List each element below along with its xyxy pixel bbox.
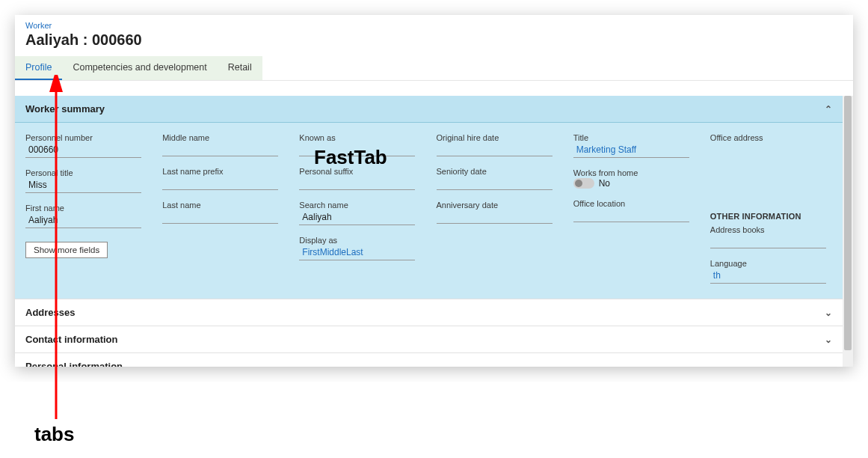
address-books-value[interactable] (710, 235, 826, 248)
office-address-value[interactable] (710, 143, 826, 156)
display-as-label: Display as (299, 236, 421, 245)
last-name-value[interactable] (162, 210, 278, 224)
tab-profile[interactable]: Profile (15, 56, 62, 80)
chevron-down-icon: ⌄ (825, 308, 832, 318)
display-as-value[interactable]: FirstMiddleLast (299, 245, 415, 260)
works-from-home-label: Works from home (573, 168, 695, 177)
chevron-down-icon: ⌄ (825, 335, 832, 345)
office-location-value[interactable] (573, 209, 689, 222)
last-name-prefix-label: Last name prefix (162, 167, 284, 176)
personal-suffix-value[interactable] (299, 177, 415, 190)
fasttab-header-worker-summary[interactable]: Worker summary ⌃ (15, 96, 843, 123)
known-as-value[interactable] (299, 143, 415, 156)
middle-name-value[interactable] (162, 143, 278, 156)
known-as-label: Known as (299, 133, 421, 142)
scrollbar-thumb[interactable] (844, 96, 852, 350)
personal-suffix-label: Personal suffix (299, 167, 421, 176)
search-name-value[interactable]: Aaliyah (299, 210, 415, 225)
works-from-home-toggle[interactable] (573, 178, 594, 189)
fasttab-worker-summary: Worker summary ⌃ Personnel number 000660… (15, 96, 843, 299)
fasttab-personal-information: Personal information ⌄ (15, 353, 843, 367)
fasttab-title: Worker summary (25, 103, 105, 114)
first-name-value[interactable]: Aaliyah (25, 213, 141, 228)
fasttab-contact-information: Contact information ⌄ (15, 326, 843, 353)
language-label: Language (710, 259, 832, 268)
tab-competencies[interactable]: Competencies and development (62, 56, 217, 80)
first-name-label: First name (25, 204, 147, 213)
language-value[interactable]: th (710, 269, 826, 284)
original-hire-date-value[interactable] (437, 143, 552, 156)
fasttab-header-contact-information[interactable]: Contact information ⌄ (15, 326, 843, 352)
other-information-header: OTHER INFORMATION (710, 212, 832, 221)
tab-retail[interactable]: Retail (218, 56, 262, 80)
title-label: Title (573, 133, 695, 142)
fasttab-addresses: Addresses ⌄ (15, 299, 843, 326)
anniversary-date-label: Anniversary date (437, 201, 558, 210)
seniority-date-value[interactable] (437, 177, 552, 190)
works-from-home-value: No (599, 178, 610, 189)
anniversary-date-value[interactable] (437, 210, 552, 224)
address-books-label: Address books (710, 225, 832, 234)
seniority-date-label: Seniority date (437, 167, 558, 176)
fasttab-body-worker-summary: Personnel number 000660 Personal title M… (15, 123, 843, 299)
personal-title-value[interactable]: Miss (25, 178, 141, 193)
chevron-down-icon: ⌄ (825, 361, 832, 367)
search-name-label: Search name (299, 201, 421, 210)
fasttab-title: Contact information (25, 334, 118, 345)
fasttab-title: Personal information (25, 361, 123, 367)
title-value[interactable]: Marketing Staff (573, 143, 689, 158)
fasttab-header-personal-information[interactable]: Personal information ⌄ (15, 353, 843, 367)
personal-title-label: Personal title (25, 168, 147, 177)
breadcrumb[interactable]: Worker (15, 15, 853, 30)
personnel-number-label: Personnel number (25, 133, 147, 142)
middle-name-label: Middle name (162, 133, 284, 142)
tabs-row: Profile Competencies and development Ret… (15, 56, 853, 81)
show-more-fields-button[interactable]: Show more fields (25, 242, 108, 258)
page-title: Aaliyah : 000660 (15, 30, 853, 56)
fasttab-header-addresses[interactable]: Addresses ⌄ (15, 299, 843, 326)
office-location-label: Office location (573, 199, 695, 208)
fasttab-title: Addresses (25, 307, 75, 318)
worker-form-window: Worker Aaliyah : 000660 Profile Competen… (15, 15, 853, 367)
chevron-up-icon: ⌃ (825, 104, 832, 114)
content-area: Worker summary ⌃ Personnel number 000660… (15, 96, 843, 367)
last-name-label: Last name (162, 201, 284, 210)
vertical-scrollbar[interactable] (843, 96, 853, 367)
personnel-number-value[interactable]: 000660 (25, 143, 141, 158)
last-name-prefix-value[interactable] (162, 177, 278, 190)
original-hire-date-label: Original hire date (437, 133, 558, 142)
office-address-label: Office address (710, 133, 832, 142)
